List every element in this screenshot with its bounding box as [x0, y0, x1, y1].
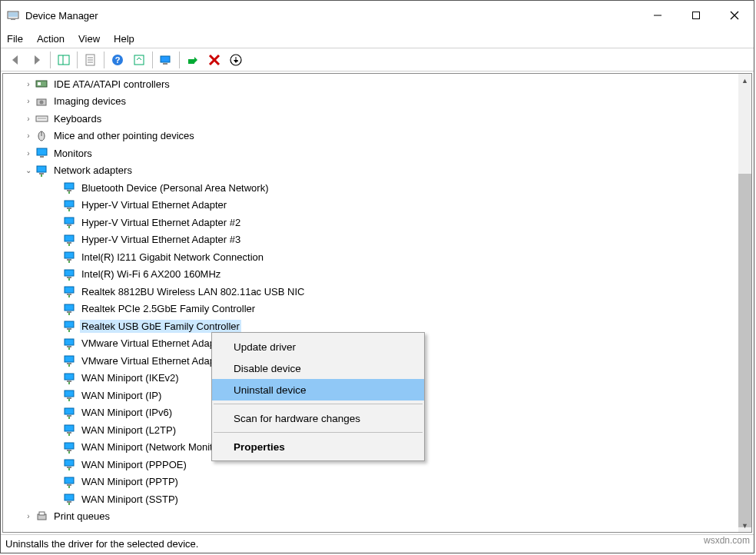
- vertical-scrollbar[interactable]: ▲ ▼: [738, 74, 751, 532]
- expander-icon[interactable]: ›: [23, 512, 34, 520]
- scan-hardware-button[interactable]: [156, 50, 176, 70]
- menu-file[interactable]: File: [7, 33, 23, 45]
- tree-label: Network adapters: [52, 164, 134, 177]
- tree-label: WAN Miniport (IPv6): [80, 406, 174, 419]
- scroll-up-arrow[interactable]: ▲: [738, 74, 751, 87]
- expander-icon[interactable]: ›: [23, 97, 34, 105]
- action-button[interactable]: [226, 50, 246, 70]
- svg-rect-89: [65, 494, 74, 500]
- svg-rect-77: [65, 425, 74, 431]
- menu-help[interactable]: Help: [114, 33, 134, 45]
- svg-rect-39: [67, 208, 71, 209]
- show-hide-console-tree-button[interactable]: [54, 50, 74, 70]
- window-title: Device Manager: [25, 10, 638, 22]
- svg-rect-90: [67, 501, 71, 503]
- svg-rect-83: [65, 460, 74, 466]
- svg-rect-4: [693, 12, 700, 19]
- svg-rect-23: [38, 82, 41, 85]
- tree-row[interactable]: ›IDE ATA/ATAPI controllers: [6, 75, 748, 93]
- tree-row[interactable]: ›Keyboards: [6, 110, 748, 128]
- network-icon: [63, 234, 77, 246]
- network-icon: [63, 493, 77, 505]
- scroll-thumb[interactable]: [738, 174, 751, 527]
- svg-rect-74: [65, 408, 74, 414]
- tree-label: Hyper-V Virtual Ethernet Adapter: [80, 198, 228, 211]
- tree-label: Realtek 8812BU Wireless LAN 802.11ac USB…: [80, 285, 306, 298]
- maximize-button[interactable]: [677, 1, 715, 30]
- expander-icon[interactable]: ›: [23, 131, 34, 140]
- back-button[interactable]: [5, 50, 25, 70]
- tree-label: Intel(R) Wi-Fi 6 AX200 160MHz: [80, 268, 222, 281]
- tree-row[interactable]: Intel(R) I211 Gigabit Network Connection: [6, 248, 748, 266]
- svg-rect-15: [134, 55, 144, 65]
- tree-row[interactable]: Hyper-V Virtual Ethernet Adapter: [6, 197, 748, 214]
- enable-device-button[interactable]: [183, 50, 203, 70]
- tree-label: Print queues: [52, 510, 111, 523]
- network-icon: [63, 458, 77, 470]
- svg-rect-31: [40, 156, 44, 158]
- tree-label: Realtek PCIe 2.5GbE Family Controller: [80, 302, 257, 315]
- svg-rect-44: [65, 235, 74, 241]
- expander-icon[interactable]: ›: [23, 115, 34, 123]
- context-menu: Update driverDisable deviceUninstall dev…: [211, 332, 425, 461]
- tree-row[interactable]: Hyper-V Virtual Ethernet Adapter #3: [6, 231, 748, 249]
- tree-row[interactable]: WAN Miniport (PPTP): [6, 474, 748, 491]
- tree-row[interactable]: Hyper-V Virtual Ethernet Adapter #2: [6, 214, 748, 231]
- context-item-uninstall-device[interactable]: Uninstall device: [212, 379, 424, 400]
- uninstall-device-button[interactable]: [204, 50, 224, 70]
- properties-button[interactable]: [81, 50, 101, 70]
- menu-action[interactable]: Action: [37, 33, 65, 45]
- tree-label: Imaging devices: [52, 95, 128, 108]
- tree-label: WAN Miniport (Network Monitor): [80, 440, 227, 454]
- svg-rect-68: [65, 374, 74, 380]
- tree-row[interactable]: ⌄Network adapters: [6, 162, 748, 180]
- tree-row[interactable]: ›Monitors: [6, 145, 748, 162]
- device-manager-window: Device Manager File Action View Help ?: [0, 0, 754, 553]
- svg-rect-93: [39, 512, 45, 515]
- network-icon: [63, 407, 77, 419]
- minimize-button[interactable]: [638, 1, 677, 30]
- svg-rect-42: [67, 224, 71, 226]
- tree-row[interactable]: Bluetooth Device (Personal Area Network): [6, 179, 748, 197]
- tree-row[interactable]: WAN Miniport (SSTP): [6, 490, 748, 508]
- svg-rect-62: [65, 339, 74, 345]
- tree-label: WAN Miniport (IP): [80, 389, 163, 402]
- context-item-properties[interactable]: Properties: [212, 436, 424, 457]
- tree-row[interactable]: ›Print queues: [6, 508, 748, 526]
- context-item-disable-device[interactable]: Disable device: [212, 357, 424, 379]
- network-icon: [63, 372, 77, 384]
- tree-row[interactable]: Realtek 8812BU Wireless LAN 802.11ac USB…: [6, 283, 748, 301]
- tree-row[interactable]: ›Mice and other pointing devices: [6, 128, 748, 145]
- tree-row[interactable]: Realtek PCIe 2.5GbE Family Controller: [6, 301, 748, 318]
- keyboard-icon: [35, 112, 49, 125]
- help-button[interactable]: ?: [108, 50, 128, 70]
- menu-view[interactable]: View: [78, 33, 100, 45]
- svg-rect-41: [65, 218, 74, 224]
- close-button[interactable]: [715, 1, 754, 30]
- forward-button[interactable]: [27, 50, 47, 70]
- network-icon: [63, 389, 77, 401]
- context-item-scan-for-hardware-changes[interactable]: Scan for hardware changes: [212, 407, 424, 429]
- svg-rect-75: [67, 415, 71, 417]
- expander-icon[interactable]: ›: [23, 149, 34, 158]
- svg-rect-33: [39, 173, 44, 174]
- update-driver-button[interactable]: [129, 50, 149, 70]
- svg-rect-66: [67, 363, 71, 364]
- context-item-update-driver[interactable]: Update driver: [212, 336, 424, 357]
- watermark: wsxdn.com: [704, 535, 750, 546]
- svg-rect-1: [8, 12, 18, 17]
- svg-rect-35: [65, 183, 74, 189]
- camera-icon: [35, 95, 49, 108]
- svg-rect-7: [58, 55, 69, 65]
- svg-rect-59: [65, 321, 74, 327]
- network-icon: [63, 354, 77, 367]
- svg-rect-30: [37, 148, 47, 155]
- network-icon: [63, 476, 77, 488]
- expander-icon[interactable]: ⌄: [23, 166, 34, 174]
- tree-row[interactable]: ›Imaging devices: [6, 93, 748, 111]
- network-icon: [63, 320, 77, 332]
- context-separator: [214, 404, 423, 404]
- expander-icon[interactable]: ›: [23, 80, 34, 88]
- scroll-down-arrow[interactable]: ▼: [738, 519, 751, 532]
- tree-row[interactable]: Intel(R) Wi-Fi 6 AX200 160MHz: [6, 266, 748, 284]
